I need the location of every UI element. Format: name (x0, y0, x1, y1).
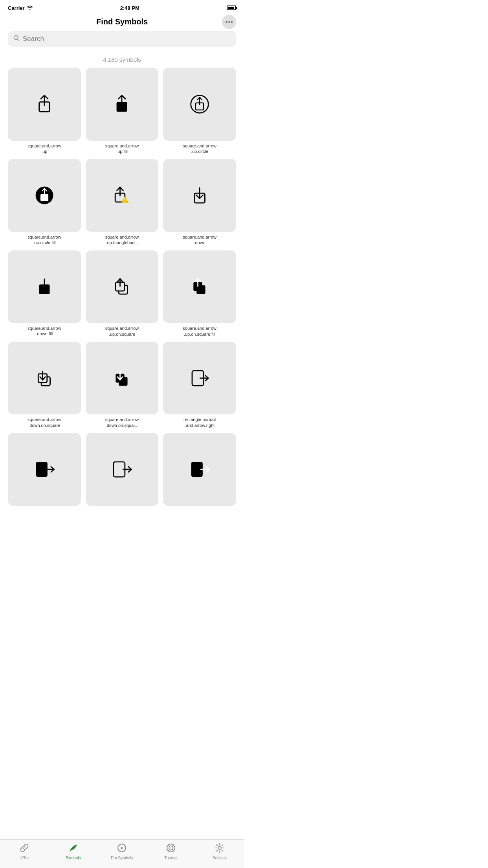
svg-point-16 (125, 202, 125, 202)
search-container (0, 31, 244, 50)
list-item[interactable]: square.and.arrow.down.fill (8, 250, 81, 337)
symbol-label: square.and.arrow.up.trianglebad... (105, 234, 139, 246)
symbol-box (86, 433, 159, 506)
list-item[interactable] (8, 433, 81, 508)
symbol-label: square.and.arrow.up.fill (105, 143, 139, 154)
list-item[interactable]: rectangle.portrait.and.arrow.right (163, 342, 236, 428)
list-item[interactable]: square.and.arrow.up.circle.fill (8, 159, 81, 245)
search-input[interactable] (23, 35, 231, 43)
status-battery (227, 6, 236, 10)
list-item[interactable]: square.and.arrow.up.trianglebad... (86, 159, 159, 245)
symbol-label: rectangle.portrait.and.arrow.right (183, 417, 216, 428)
symbol-box (8, 342, 81, 415)
symbol-label: square.and.arrow.down (183, 234, 216, 246)
symbol-box (8, 159, 81, 232)
list-item[interactable]: square.and.arrow.up.on.square (86, 250, 159, 337)
symbol-label: square.and.arrow.down.fill (28, 326, 61, 337)
symbol-box (86, 159, 159, 232)
dots-icon (226, 21, 233, 23)
symbol-box (163, 433, 236, 506)
symbol-box (86, 250, 159, 324)
list-item[interactable]: square.and.arrow.up.fill (86, 68, 159, 154)
symbol-label: square.and.arrow.up.circle.fill (28, 234, 61, 246)
symbol-box (8, 433, 81, 506)
more-button[interactable] (222, 15, 236, 29)
list-item[interactable]: square.and.arrow.down.on.squar... (86, 342, 159, 428)
svg-line-1 (18, 39, 19, 41)
content-area: square.and.arrow.up square.and.arrow.up.… (0, 68, 244, 544)
wifi-icon (27, 6, 33, 10)
symbol-box (163, 250, 236, 324)
status-carrier: Carrier (8, 5, 33, 11)
symbol-box (163, 159, 236, 232)
list-item[interactable]: square.and.arrow.up (8, 68, 81, 154)
search-icon (13, 35, 20, 43)
page-title: Find Symbols (96, 17, 148, 26)
symbol-label: square.and.arrow.up.on.square (105, 326, 139, 337)
list-item[interactable]: square.and.arrow.down (163, 159, 236, 245)
list-item[interactable]: square.and.arrow.up.on.square.fill (163, 250, 236, 337)
status-bar: Carrier 2:48 PM (0, 0, 244, 14)
symbol-box (86, 68, 159, 141)
list-item[interactable]: square.and.arrow.up.circle (163, 68, 236, 154)
symbol-label: square.and.arrow.down.on.squar... (105, 417, 139, 428)
list-item[interactable] (163, 433, 236, 508)
symbol-box (163, 68, 236, 141)
list-item[interactable]: square.and.arrow.down.on.square (8, 342, 81, 428)
symbol-label: square.and.arrow.down.on.square (28, 417, 61, 428)
header: Find Symbols (0, 14, 244, 31)
symbol-box (8, 68, 81, 141)
status-time: 2:48 PM (120, 5, 139, 11)
symbol-label: square.and.arrow.up (28, 143, 61, 154)
symbol-box (86, 342, 159, 415)
symbol-label: square.and.arrow.up.on.square.fill (183, 326, 216, 337)
symbol-count: 4,180 symbols (0, 50, 244, 68)
symbol-label: square.and.arrow.up.circle (183, 143, 216, 154)
symbols-grid: square.and.arrow.up square.and.arrow.up.… (0, 68, 244, 508)
symbol-box (163, 342, 236, 415)
list-item[interactable] (86, 433, 159, 508)
search-bar[interactable] (8, 31, 236, 47)
symbol-box (8, 250, 81, 324)
